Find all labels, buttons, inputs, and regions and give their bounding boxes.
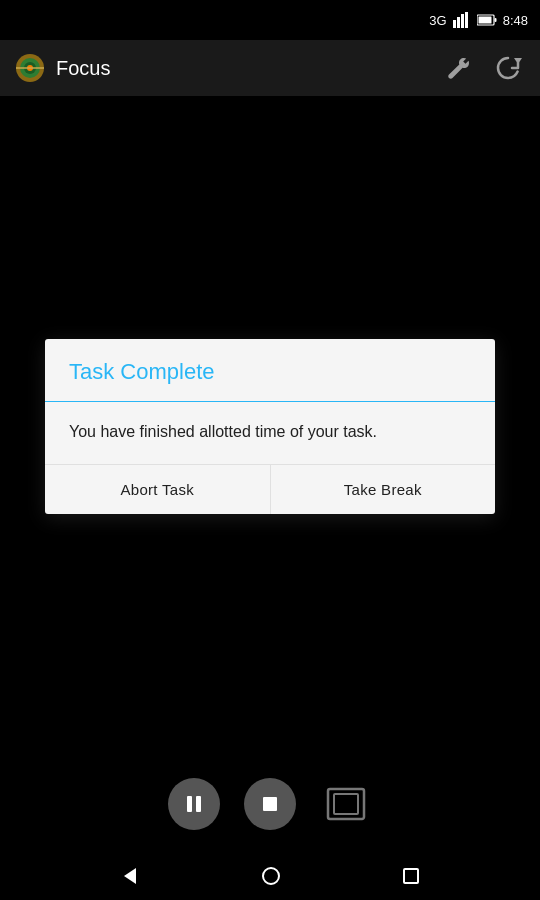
recents-button[interactable] [394,859,428,893]
dialog-actions: Abort Task Take Break [45,465,495,514]
svg-rect-3 [465,12,468,28]
app-bar-left: Focus [14,52,110,84]
status-bar: 3G 8:48 [0,0,540,40]
wrench-icon [444,55,470,81]
stop-button[interactable] [244,778,296,830]
svg-rect-13 [187,796,192,812]
settings-button[interactable] [440,51,474,85]
svg-marker-12 [514,58,522,64]
abort-task-button[interactable]: Abort Task [45,465,271,514]
app-bar: Focus [0,40,540,96]
svg-rect-1 [457,17,460,28]
expand-button[interactable] [320,778,372,830]
svg-point-19 [263,868,279,884]
take-break-button[interactable]: Take Break [271,465,496,514]
stop-icon [260,794,280,814]
signal-icon [453,12,471,28]
dialog-title: Task Complete [69,359,215,384]
svg-rect-6 [478,17,491,24]
svg-rect-2 [461,14,464,28]
refresh-button[interactable] [490,50,526,86]
svg-marker-18 [124,868,136,884]
app-title: Focus [56,57,110,80]
svg-rect-0 [453,20,456,28]
svg-rect-5 [494,18,496,22]
home-icon [261,866,281,886]
expand-icon [326,787,366,821]
main-content: Task Complete You have finished allotted… [0,96,540,756]
svg-rect-20 [404,869,418,883]
svg-rect-14 [196,796,201,812]
home-button[interactable] [253,858,289,894]
media-controls [0,756,540,852]
refresh-icon [494,54,522,82]
task-complete-dialog: Task Complete You have finished allotted… [45,339,495,514]
dialog-message: You have finished allotted time of your … [69,423,377,440]
app-logo-icon [14,52,46,84]
recents-icon [402,867,420,885]
battery-icon [477,14,497,26]
pause-icon [183,793,205,815]
time-text: 8:48 [503,13,528,28]
svg-rect-17 [334,794,358,814]
nav-bar [0,852,540,900]
signal-text: 3G [429,13,446,28]
pause-button[interactable] [168,778,220,830]
back-icon [120,866,140,886]
back-button[interactable] [112,858,148,894]
dialog-title-area: Task Complete [45,339,495,402]
app-bar-actions [440,50,526,86]
dialog-content: You have finished allotted time of your … [45,402,495,465]
svg-rect-15 [263,797,277,811]
